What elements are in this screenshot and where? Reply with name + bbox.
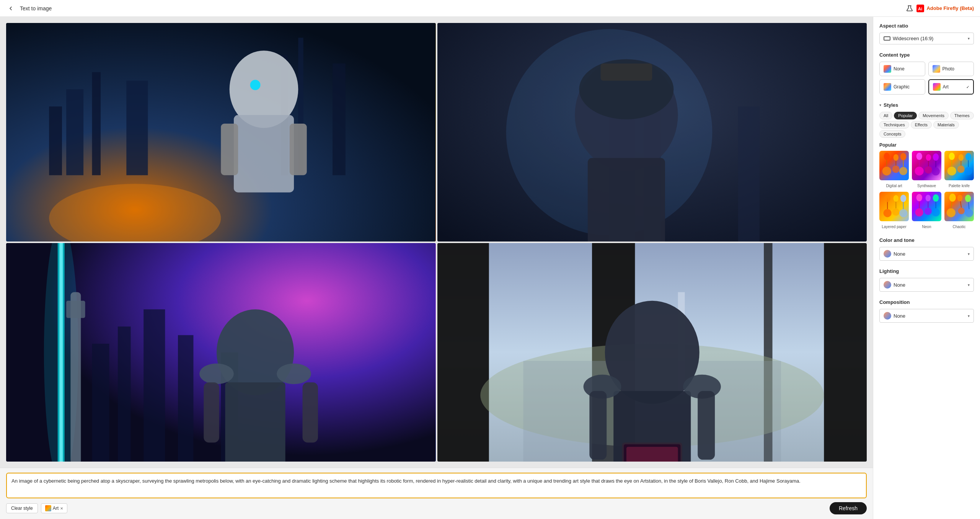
style-item-neon[interactable]: Neon xyxy=(912,192,941,230)
aspect-ratio-chevron: ▾ xyxy=(968,36,970,41)
styles-chevron-icon: ▾ xyxy=(879,103,881,107)
styles-header[interactable]: ▾ Styles xyxy=(879,102,974,108)
right-panel: Aspect ratio Widescreen (16:9) ▾ Content… xyxy=(873,17,980,519)
styles-label: Styles xyxy=(884,102,898,108)
style-tab-materials[interactable]: Materials xyxy=(933,121,959,129)
clear-style-button[interactable]: Clear style xyxy=(6,503,38,513)
svg-rect-35 xyxy=(143,309,165,462)
lighting-dropdown[interactable]: None ▾ xyxy=(879,278,974,292)
content-type-photo-label: Photo xyxy=(942,66,954,72)
svg-rect-52 xyxy=(437,243,489,462)
style-item-digital-art[interactable]: Digital art xyxy=(879,151,909,189)
aspect-ratio-dropdown[interactable]: Widescreen (16:9) ▾ xyxy=(879,33,974,44)
svg-point-109 xyxy=(916,194,922,201)
style-item-chaotic[interactable]: Chaotic xyxy=(944,192,974,230)
style-item-palette-knife[interactable]: Palette knife xyxy=(944,151,974,189)
style-tab-all[interactable]: All xyxy=(879,112,892,119)
style-tab-movements[interactable]: Movements xyxy=(918,112,949,119)
svg-rect-25 xyxy=(587,158,665,242)
prompt-input-wrapper: An image of a cybernetic being perched a… xyxy=(6,473,867,498)
style-thumb-synthwave xyxy=(912,151,941,180)
content-type-art[interactable]: Art ✓ xyxy=(928,79,974,95)
neon-thumbnail xyxy=(912,192,941,221)
lighting-section: Lighting None ▾ xyxy=(879,268,974,292)
content-type-art-label: Art xyxy=(943,84,949,90)
svg-point-115 xyxy=(933,194,939,202)
svg-point-91 xyxy=(949,153,955,160)
palette-knife-thumbnail xyxy=(944,151,974,180)
composition-icon xyxy=(884,312,891,320)
prompt-actions: Clear style Art ✕ Refresh xyxy=(6,502,867,514)
style-thumb-palette-knife xyxy=(944,151,974,180)
image-cell-4[interactable] xyxy=(437,243,867,462)
art-tag-label: Art xyxy=(53,506,59,511)
svg-rect-55 xyxy=(824,243,867,462)
graphic-icon xyxy=(884,83,891,91)
aspect-ratio-label: Aspect ratio xyxy=(879,23,974,29)
image-cell-2[interactable] xyxy=(437,23,867,242)
header-right: Ai Adobe Firefly (Beta) xyxy=(906,5,974,12)
page-title: Text to image xyxy=(20,5,52,11)
style-tab-techniques[interactable]: Techniques xyxy=(879,121,909,129)
style-item-synthwave[interactable]: Synthwave xyxy=(912,151,941,189)
style-grid: Digital art xyxy=(879,151,974,230)
refresh-button[interactable]: Refresh xyxy=(830,502,867,514)
svg-point-112 xyxy=(926,195,931,201)
svg-rect-5 xyxy=(66,89,83,175)
lighting-label: Lighting xyxy=(879,268,974,274)
svg-point-104 xyxy=(899,209,907,217)
svg-point-122 xyxy=(965,209,973,217)
svg-rect-13 xyxy=(234,115,294,193)
content-type-graphic[interactable]: Graphic xyxy=(879,79,925,95)
chaotic-thumbnail xyxy=(944,192,974,221)
svg-point-80 xyxy=(915,166,924,175)
synthwave-thumbnail xyxy=(912,151,941,180)
lighting-value: None xyxy=(894,282,905,288)
style-tab-themes[interactable]: Themes xyxy=(950,112,974,119)
svg-point-74 xyxy=(892,166,900,173)
style-tab-popular[interactable]: Popular xyxy=(894,112,917,119)
digital-art-thumbnail xyxy=(879,151,909,180)
art-tag[interactable]: Art ✕ xyxy=(41,503,67,513)
composition-label: Composition xyxy=(879,299,974,305)
style-item-layered-paper[interactable]: Layered paper xyxy=(879,192,909,230)
svg-point-76 xyxy=(894,154,898,161)
canvas-area: An image of a cybernetic being perched a… xyxy=(0,17,873,519)
svg-point-89 xyxy=(947,166,956,175)
content-type-none[interactable]: None xyxy=(879,62,925,76)
svg-point-119 xyxy=(958,207,965,214)
image-cell-1[interactable] xyxy=(6,23,436,242)
composition-section: Composition None ▾ xyxy=(879,299,974,323)
svg-point-101 xyxy=(892,208,900,215)
layered-paper-thumbnail xyxy=(879,192,909,221)
neon-label: Neon xyxy=(922,225,931,229)
style-thumb-digital-art xyxy=(879,151,909,180)
generated-image-2 xyxy=(437,23,867,242)
color-tone-dropdown[interactable]: None ▾ xyxy=(879,247,974,261)
style-thumb-chaotic xyxy=(944,192,974,221)
svg-point-124 xyxy=(965,195,971,202)
svg-rect-33 xyxy=(92,344,109,462)
svg-point-97 xyxy=(965,153,971,160)
color-tone-icon xyxy=(884,250,891,258)
composition-dropdown[interactable]: None ▾ xyxy=(879,309,974,323)
svg-point-94 xyxy=(959,154,964,161)
svg-rect-27 xyxy=(600,64,652,81)
svg-point-116 xyxy=(947,208,956,217)
content-type-none-label: None xyxy=(894,66,905,72)
svg-point-88 xyxy=(933,153,939,161)
content-type-photo[interactable]: Photo xyxy=(928,62,974,76)
style-tab-effects[interactable]: Effects xyxy=(911,121,932,129)
art-tag-icon xyxy=(45,505,51,511)
back-button[interactable] xyxy=(6,4,15,13)
image-cell-3[interactable] xyxy=(6,243,436,462)
svg-point-106 xyxy=(900,195,906,202)
content-type-grid: None Photo Graphic Art ✓ xyxy=(879,62,974,95)
style-tab-concepts[interactable]: Concepts xyxy=(879,130,905,138)
lighting-icon xyxy=(884,281,891,289)
svg-point-44 xyxy=(277,364,311,384)
art-tag-close[interactable]: ✕ xyxy=(60,506,63,511)
prompt-input[interactable]: An image of a cybernetic being perched a… xyxy=(11,477,861,492)
image-grid xyxy=(0,17,873,468)
svg-rect-23 xyxy=(738,106,759,242)
